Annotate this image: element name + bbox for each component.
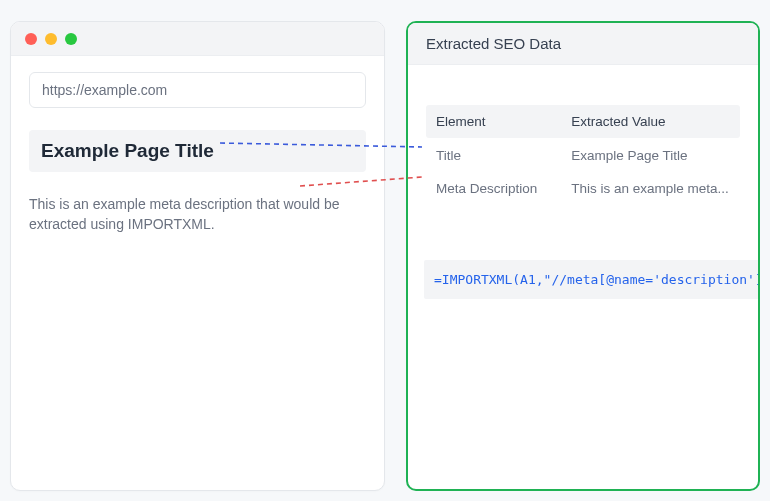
table-row: Meta Description This is an example meta… <box>426 171 740 204</box>
minimize-icon[interactable] <box>45 33 57 45</box>
meta-description-text: This is an example meta description that… <box>29 194 366 235</box>
maximize-icon[interactable] <box>65 33 77 45</box>
browser-window: Example Page Title This is an example me… <box>10 21 385 491</box>
page-title: Example Page Title <box>41 140 354 162</box>
column-header-value: Extracted Value <box>571 114 730 129</box>
close-icon[interactable] <box>25 33 37 45</box>
page-title-block: Example Page Title <box>29 130 366 172</box>
url-input[interactable] <box>29 72 366 108</box>
seo-table: Element Extracted Value Title Example Pa… <box>426 105 740 204</box>
window-titlebar <box>11 22 384 56</box>
seo-data-panel: Extracted SEO Data Element Extracted Val… <box>406 21 760 491</box>
seo-panel-header: Extracted SEO Data <box>408 23 758 65</box>
browser-body: Example Page Title This is an example me… <box>11 56 384 251</box>
table-row: Title Example Page Title <box>426 138 740 171</box>
cell-value: This is an example meta... <box>571 181 730 196</box>
formula-code: =IMPORTXML(A1,"//meta[@name='description… <box>424 260 760 299</box>
seo-panel-title: Extracted SEO Data <box>426 35 740 52</box>
cell-value: Example Page Title <box>571 148 730 163</box>
column-header-element: Element <box>436 114 571 129</box>
seo-panel-body: Element Extracted Value Title Example Pa… <box>408 65 758 299</box>
seo-table-header: Element Extracted Value <box>426 105 740 138</box>
cell-element: Title <box>436 148 571 163</box>
cell-element: Meta Description <box>436 181 571 196</box>
